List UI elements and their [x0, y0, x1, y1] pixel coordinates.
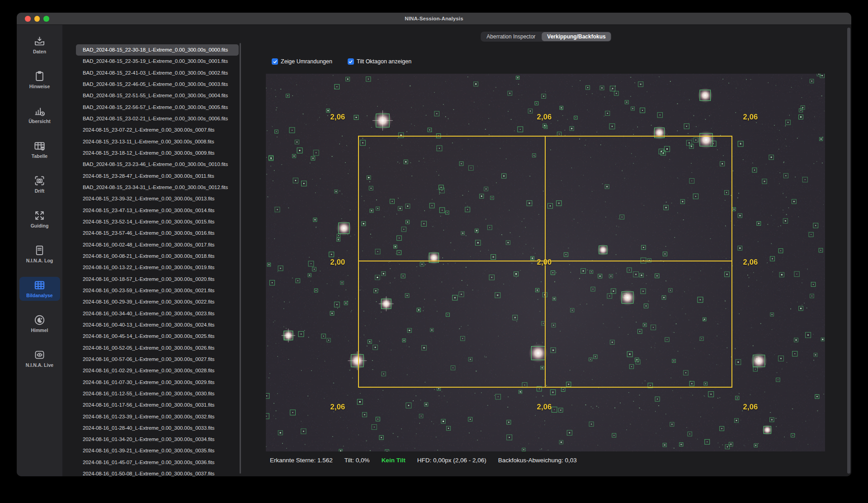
- grid-icon: [33, 279, 46, 291]
- file-row[interactable]: 2024-08-16_00-02-48_L-Extreme_0.00_300.0…: [76, 239, 239, 251]
- hfd-value-label: 2,06: [330, 403, 345, 411]
- log-document-icon: [33, 244, 46, 256]
- sidebar-item-label: N.I.N.A. Live: [26, 362, 53, 368]
- window-content: DatenHinweiseÜbersichtTabelleDriftGuidin…: [17, 25, 851, 476]
- sidebar-item-label: Daten: [33, 49, 46, 54]
- analysis-panel: Aberration InspectorVerkippung/Backfokus…: [241, 25, 851, 476]
- checkbox-item: Zeige Umrandungen: [272, 58, 332, 65]
- file-row[interactable]: BAD_2024-08-15_22-41-03_L-Extreme_0.00_3…: [76, 67, 239, 79]
- close-window-button[interactable]: [25, 16, 31, 22]
- file-row[interactable]: 2024-08-16_00-29-39_L-Extreme_0.00_300.0…: [76, 296, 239, 308]
- hfd-value-label: 2,06: [743, 403, 758, 411]
- file-row[interactable]: 2024-08-15_23-39-32_L-Extreme_0.00_300.0…: [76, 193, 239, 204]
- status-item: Tilt: 0,0%: [344, 457, 370, 464]
- file-row[interactable]: BAD_2024-08-15_22-56-57_L-Extreme_0.00_3…: [76, 102, 239, 113]
- tab-verkippung-backfokus[interactable]: Verkippung/Backfokus: [542, 32, 611, 41]
- sidebar-item-label: Tabelle: [32, 153, 47, 159]
- clipboard-icon: [33, 70, 46, 82]
- panel-scrollbar[interactable]: [847, 28, 850, 474]
- camera-frame-icon: [33, 175, 46, 187]
- app-window: NINA-Session-Analysis DatenHinweiseÜbers…: [17, 13, 851, 476]
- file-row[interactable]: BAD_2024-08-15_22-35-19_L-Extreme_0.00_3…: [76, 56, 239, 67]
- minimize-window-button[interactable]: [34, 16, 40, 22]
- sidebar-item-übersicht[interactable]: Übersicht: [19, 103, 60, 127]
- hfd-value-label: 2,06: [537, 403, 552, 411]
- hfd-value-label: 2,06: [330, 113, 345, 121]
- sidebar-item-bildanalyse[interactable]: Bildanalyse: [19, 277, 60, 301]
- hfd-value-label: 2,00: [537, 258, 552, 266]
- file-row[interactable]: 2024-08-15_23-07-22_L-Extreme_0.00_300.0…: [76, 124, 239, 136]
- file-row[interactable]: 2024-08-16_01-28-40_L-Extreme_0.00_300.0…: [76, 422, 239, 434]
- tray-download-icon: [33, 35, 46, 47]
- moon-icon: [33, 314, 46, 326]
- file-row[interactable]: 2024-08-16_01-23-39_L-Extreme_0.00_300.0…: [76, 411, 239, 422]
- file-row[interactable]: 2024-08-16_00-40-13_L-Extreme_0.00_300.0…: [76, 319, 239, 331]
- file-row[interactable]: 2024-08-15_23-57-46_L-Extreme_0.00_300.0…: [76, 228, 239, 239]
- window-title: NINA-Session-Analysis: [405, 16, 463, 21]
- sidebar: DatenHinweiseÜbersichtTabelleDriftGuidin…: [17, 25, 62, 476]
- sidebar-item-n-i-n-a-log[interactable]: N.I.N.A. Log: [19, 242, 60, 266]
- status-item: Kein Tilt: [382, 457, 406, 464]
- checkbox-item: Tilt Oktagon anzeigen: [348, 58, 411, 65]
- live-eye-icon: [33, 349, 46, 361]
- file-row[interactable]: 2024-08-16_00-52-05_L-Extreme_0.00_300.0…: [76, 342, 239, 354]
- checkbox-checked[interactable]: [348, 58, 354, 65]
- file-row[interactable]: 2024-08-15_23-52-14_L-Extreme_0.00_300.0…: [76, 216, 239, 228]
- tab-aberration-inspector[interactable]: Aberration Inspector: [481, 32, 541, 41]
- file-row[interactable]: 2024-08-16_01-34-20_L-Extreme_0.00_300.0…: [76, 434, 239, 445]
- screen: NINA-Session-Analysis DatenHinweiseÜbers…: [0, 0, 868, 503]
- checkbox-checked[interactable]: [272, 58, 278, 65]
- file-row[interactable]: 2024-08-16_01-12-55_L-Extreme_0.00_300.0…: [76, 388, 239, 399]
- file-row[interactable]: 2024-08-16_01-39-21_L-Extreme_0.00_300.0…: [76, 445, 239, 456]
- status-item: Backfokus-Abweichung: 0,03: [498, 457, 577, 464]
- file-row[interactable]: 2024-08-16_01-07-30_L-Extreme_0.00_300.0…: [76, 377, 239, 388]
- file-row[interactable]: 2024-08-16_00-18-57_L-Extreme_0.00_300.0…: [76, 274, 239, 285]
- file-row[interactable]: BAD_2024-08-15_23-23-46_L-Extreme_0.00_3…: [76, 159, 239, 170]
- expand-arrows-icon: [33, 209, 46, 222]
- hfd-value-label: 2,06: [743, 113, 758, 121]
- file-row[interactable]: 2024-08-15_23-18-12_L-Extreme_0.00_300.0…: [76, 147, 239, 159]
- file-row[interactable]: 2024-08-15_23-13-11_L-Extreme_0.00_300.0…: [76, 136, 239, 147]
- file-row[interactable]: BAD_2024-08-15_23-02-21_L-Extreme_0.00_3…: [76, 113, 239, 124]
- file-row[interactable]: 2024-08-15_23-47-13_L-Extreme_0.00_300.0…: [76, 205, 239, 216]
- sidebar-item-label: Hinweise: [29, 84, 50, 89]
- file-row[interactable]: 2024-08-16_00-13-22_L-Extreme_0.00_300.0…: [76, 262, 239, 273]
- hfd-value-label: 2,06: [537, 113, 552, 121]
- window-controls: [25, 13, 49, 25]
- tab-bar: Aberration InspectorVerkippung/Backfokus: [481, 32, 611, 42]
- file-row[interactable]: BAD_2024-08-15_23-34-31_L-Extreme_0.00_3…: [76, 182, 239, 193]
- sidebar-item-n-i-n-a-live[interactable]: N.I.N.A. Live: [19, 346, 60, 370]
- chart-clock-icon: [33, 105, 46, 117]
- file-row[interactable]: 2024-08-15_23-28-47_L-Extreme_0.00_300.0…: [76, 171, 239, 182]
- file-row[interactable]: 2024-08-16_00-34-40_L-Extreme_0.00_300.0…: [76, 308, 239, 319]
- sidebar-item-label: Bildanalyse: [26, 293, 52, 298]
- sidebar-item-label: Himmel: [31, 327, 48, 333]
- file-row[interactable]: 2024-08-16_01-02-29_L-Extreme_0.00_300.0…: [76, 365, 239, 376]
- file-row[interactable]: 2024-08-16_01-17-56_L-Extreme_0.00_300.0…: [76, 399, 239, 411]
- hfd-value-label: 2,00: [330, 258, 345, 266]
- zoom-window-button[interactable]: [43, 16, 49, 22]
- sidebar-item-himmel[interactable]: Himmel: [19, 312, 60, 336]
- file-list[interactable]: BAD_2024-08-15_22-30-18_L-Extreme_0.00_3…: [62, 25, 240, 476]
- file-row[interactable]: 2024-08-16_00-23-59_L-Extreme_0.00_300.0…: [76, 285, 239, 296]
- file-row[interactable]: BAD_2024-08-15_22-30-18_L-Extreme_0.00_3…: [76, 44, 239, 56]
- window-titlebar: NINA-Session-Analysis: [17, 13, 851, 25]
- file-row[interactable]: 2024-08-16_00-57-06_L-Extreme_0.00_300.0…: [76, 354, 239, 365]
- file-row[interactable]: 2024-08-16_00-45-14_L-Extreme_0.00_300.0…: [76, 331, 239, 342]
- file-row[interactable]: 2024-08-16_01-45-07_L-Extreme_0.00_300.0…: [76, 457, 239, 468]
- sidebar-item-daten[interactable]: Daten: [19, 33, 60, 57]
- hfd-value-label: 2,06: [743, 258, 758, 266]
- file-row[interactable]: 2024-08-16_00-08-21_L-Extreme_0.00_300.0…: [76, 251, 239, 262]
- status-item: Erkannte Sterne: 1.562: [270, 457, 333, 464]
- sidebar-item-guiding[interactable]: Guiding: [19, 207, 60, 231]
- sidebar-item-tabelle[interactable]: Tabelle: [19, 138, 60, 161]
- sidebar-item-drift[interactable]: Drift: [19, 172, 60, 196]
- file-row[interactable]: BAD_2024-08-15_22-46-05_L-Extreme_0.00_3…: [76, 79, 239, 90]
- sidebar-item-label: Übersicht: [28, 119, 50, 124]
- sidebar-item-label: Drift: [35, 188, 45, 194]
- file-row[interactable]: 2024-08-16_01-50-08_L-Extreme_0.00_300.0…: [76, 468, 239, 476]
- status-item: HFD: 0,00px (2,06 - 2,06): [417, 457, 486, 464]
- file-row[interactable]: BAD_2024-08-15_22-51-55_L-Extreme_0.00_3…: [76, 90, 239, 101]
- sidebar-item-hinweise[interactable]: Hinweise: [19, 68, 60, 92]
- sidebar-item-label: N.I.N.A. Log: [26, 258, 53, 263]
